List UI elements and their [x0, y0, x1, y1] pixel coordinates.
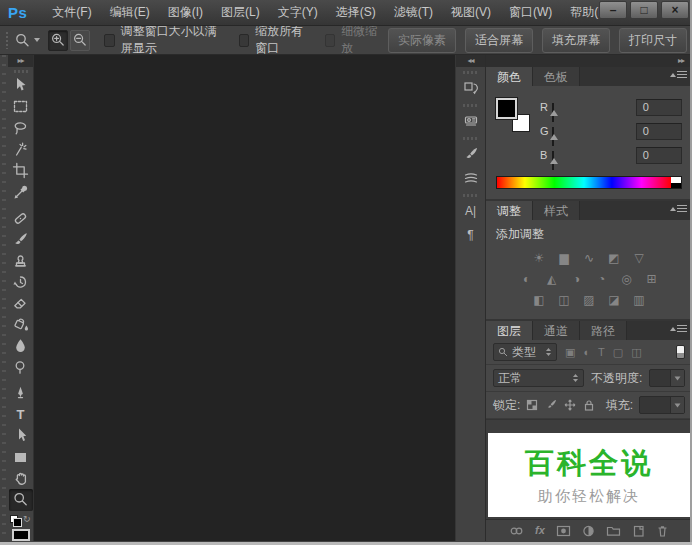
hand-tool[interactable] — [9, 468, 33, 489]
adjustment-layer-icon[interactable] — [582, 525, 595, 537]
menu-select[interactable]: 选择(S) — [327, 0, 385, 25]
menu-type[interactable]: 文字(Y) — [269, 0, 327, 25]
paragraph-panel-icon[interactable]: ¶ — [457, 223, 485, 247]
switch-colors-icon[interactable]: ↻ — [23, 515, 31, 524]
adjustment-layer-filter-icon[interactable]: ◐ — [583, 346, 590, 358]
menu-image[interactable]: 图像(I) — [159, 0, 212, 25]
tab-paths[interactable]: 路径 — [580, 321, 627, 340]
rectangular-marquee-tool[interactable] — [9, 96, 33, 117]
filter-toggle-switch[interactable] — [676, 345, 685, 359]
close-button[interactable]: × — [661, 1, 689, 19]
brush-tool[interactable] — [9, 229, 33, 250]
menu-edit[interactable]: 编辑(E) — [101, 0, 159, 25]
actions-panel-icon[interactable] — [457, 109, 485, 133]
posterize-icon[interactable]: ◫ — [554, 292, 574, 308]
character-panel-icon[interactable]: A| — [457, 199, 485, 223]
magic-wand-tool[interactable] — [9, 139, 33, 160]
opacity-dropdown[interactable] — [649, 369, 685, 387]
blue-value-field[interactable]: 0 — [636, 147, 682, 164]
panels-collapse-header[interactable]: ▸▸ — [486, 55, 692, 67]
minimize-button[interactable]: – — [599, 1, 627, 19]
shape-layer-filter-icon[interactable]: ▢ — [613, 346, 623, 359]
lock-position-icon[interactable] — [564, 399, 576, 411]
blend-mode-dropdown[interactable]: 正常 — [493, 369, 584, 387]
type-layer-filter-icon[interactable]: T — [598, 346, 605, 358]
curves-icon[interactable]: ∿ — [579, 250, 599, 266]
actual-pixels-button[interactable]: 实际像素 — [388, 28, 456, 53]
foreground-swatch[interactable] — [496, 98, 517, 119]
delete-layer-icon[interactable] — [656, 525, 669, 537]
menu-view[interactable]: 视图(V) — [442, 0, 500, 25]
dock-expand-header[interactable]: ◂◂ — [456, 55, 485, 67]
clone-stamp-tool[interactable] — [9, 250, 33, 271]
layer-style-icon[interactable]: fx — [535, 525, 545, 536]
tab-layers[interactable]: 图层 — [486, 321, 533, 340]
menu-window[interactable]: 窗口(W) — [500, 0, 561, 25]
brightness-contrast-icon[interactable]: ☀ — [529, 250, 549, 266]
pen-tool[interactable] — [9, 383, 33, 404]
zoom-tool[interactable] — [9, 489, 33, 510]
threshold-icon[interactable]: ▨ — [579, 292, 599, 308]
maximize-button[interactable]: □ — [630, 1, 658, 19]
slider-thumb-icon[interactable] — [550, 134, 558, 140]
zoom-out-button[interactable] — [70, 30, 90, 51]
eraser-tool[interactable] — [9, 293, 33, 314]
green-slider[interactable] — [552, 128, 635, 135]
invert-icon[interactable]: ◧ — [529, 292, 549, 308]
brush-presets-panel-icon[interactable] — [457, 166, 485, 190]
slider-thumb-icon[interactable] — [550, 158, 558, 164]
gradient-map-icon[interactable]: ◪ — [604, 292, 624, 308]
color-spectrum-ramp[interactable] — [496, 176, 682, 189]
layers-list[interactable]: 百科全说 助你轻松解决 — [486, 419, 692, 519]
zoom-in-button[interactable] — [48, 30, 68, 51]
pixel-layer-filter-icon[interactable]: ▣ — [565, 346, 575, 359]
type-tool[interactable]: T — [9, 404, 33, 425]
blur-tool[interactable] — [9, 335, 33, 356]
color-lookup-icon[interactable]: ⊞ — [642, 271, 662, 287]
slider-thumb-icon[interactable] — [550, 110, 558, 116]
spectrum-bw-end[interactable] — [671, 177, 681, 188]
lock-paint-icon[interactable] — [545, 399, 557, 411]
smart-object-filter-icon[interactable]: ◫ — [631, 346, 641, 359]
photo-filter-icon[interactable]: ◔ — [592, 271, 612, 287]
zoom-all-windows-checkbox[interactable]: 缩放所有窗口 — [239, 23, 313, 57]
fill-screen-button[interactable]: 填充屏幕 — [542, 28, 610, 53]
print-size-button[interactable]: 打印尺寸 — [619, 28, 687, 53]
move-tool[interactable] — [9, 75, 33, 96]
green-value-field[interactable]: 0 — [636, 123, 682, 140]
brush-settings-panel-icon[interactable] — [457, 142, 485, 166]
spectrum-gradient[interactable] — [497, 177, 671, 188]
paint-bucket-tool[interactable] — [9, 314, 33, 335]
tab-swatches[interactable]: 色板 — [533, 67, 580, 86]
foreground-color-large-swatch[interactable] — [12, 529, 30, 541]
layer-mask-icon[interactable] — [556, 525, 571, 537]
hue-saturation-icon[interactable]: ◐ — [517, 271, 537, 287]
tab-color[interactable]: 颜色 — [486, 67, 533, 86]
fill-dropdown[interactable] — [639, 396, 685, 414]
panel-menu-icon[interactable] — [671, 325, 687, 333]
levels-icon[interactable]: ▆ — [554, 250, 574, 266]
switch-colors-control[interactable]: ↻ — [9, 514, 33, 527]
new-layer-icon[interactable] — [632, 525, 645, 537]
lasso-tool[interactable] — [9, 118, 33, 139]
panel-menu-icon[interactable] — [671, 205, 687, 213]
menu-file[interactable]: 文件(F) — [43, 0, 100, 25]
menu-filter[interactable]: 滤镜(T) — [385, 0, 442, 25]
tab-channels[interactable]: 通道 — [533, 321, 580, 340]
dodge-tool[interactable] — [9, 357, 33, 378]
foreground-color-swatch[interactable] — [13, 518, 22, 527]
color-balance-icon[interactable]: ◭ — [542, 271, 562, 287]
link-layers-icon[interactable] — [509, 525, 524, 537]
canvas-workspace[interactable] — [34, 55, 455, 541]
resize-window-checkbox[interactable]: 调整窗口大小以满屏显示 — [104, 23, 227, 57]
history-brush-tool[interactable] — [9, 271, 33, 292]
zoom-tool-preset[interactable] — [14, 32, 40, 49]
path-selection-tool[interactable] — [9, 425, 33, 446]
channel-mixer-icon[interactable]: ◎ — [617, 271, 637, 287]
exposure-icon[interactable]: ◩ — [604, 250, 624, 266]
lock-all-icon[interactable] — [583, 399, 595, 411]
fit-screen-button[interactable]: 适合屏幕 — [465, 28, 533, 53]
spot-healing-brush-tool[interactable] — [9, 208, 33, 229]
toolbox-collapse-header[interactable]: ▸▸ — [8, 55, 33, 67]
red-value-field[interactable]: 0 — [636, 99, 682, 116]
